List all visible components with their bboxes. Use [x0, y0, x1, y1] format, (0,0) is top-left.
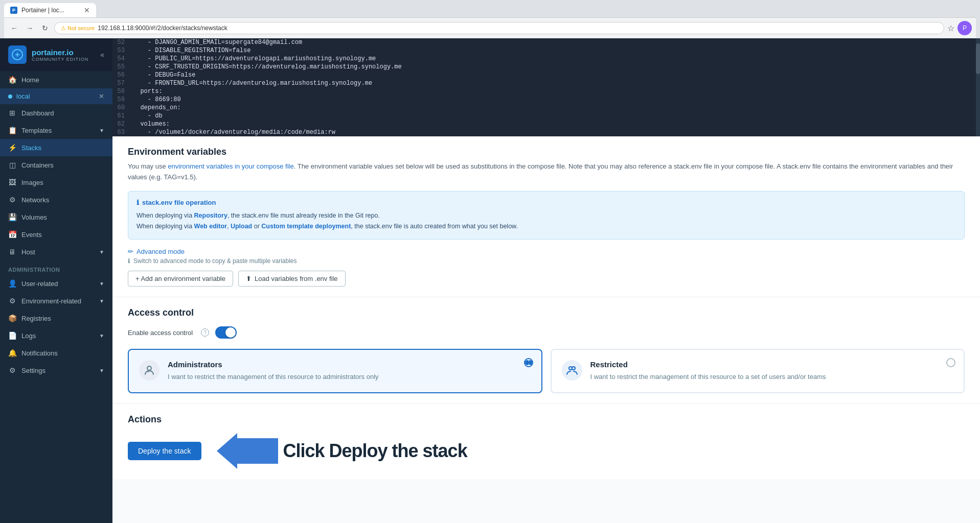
advanced-mode-section: ✏ Advanced mode ℹ Switch to advanced mod…: [128, 248, 965, 265]
info-line1: When deploying via Repository, the stack…: [136, 210, 956, 221]
sidebar-item-events[interactable]: 📅 Events: [0, 226, 112, 243]
host-icon: 🖥: [8, 248, 16, 256]
actions-section: Actions Deploy the stack Click Deploy th…: [112, 403, 980, 479]
code-editor[interactable]: 52 - DJANGO_ADMIN_EMAIL=supergate84@gmai…: [112, 38, 980, 136]
code-line: 60 depends_on:: [112, 104, 980, 112]
add-env-variable-button[interactable]: + Add an environment variable: [128, 271, 233, 287]
admin-card-title: Administrators: [168, 360, 531, 369]
info-icon: ℹ: [136, 199, 139, 206]
sidebar-item-containers-label: Containers: [21, 161, 54, 169]
sidebar-item-home[interactable]: 🏠 Home: [0, 71, 112, 88]
sidebar-logo: portainer.io COMMUNITY EDITION «: [0, 38, 112, 71]
restricted-card-icon: [562, 360, 582, 381]
access-control-title: Access control: [128, 307, 965, 318]
edit-icon: ✏: [128, 248, 133, 255]
sidebar-item-dashboard[interactable]: ⊞ Dashboard: [0, 104, 112, 122]
code-line: 53 - DISABLE_REGISTRATION=false: [112, 46, 980, 55]
forward-button[interactable]: →: [24, 22, 36, 34]
restricted-card-radio[interactable]: [946, 358, 955, 367]
info-line2: When deploying via Web editor, Upload or…: [136, 221, 956, 232]
access-control-section: Access control Enable access control ?: [112, 297, 980, 403]
registries-icon: 📦: [8, 314, 16, 322]
not-secure-indicator: ⚠ Not secure: [61, 25, 95, 32]
env-buttons: + Add an environment variable ⬆ Load var…: [128, 271, 965, 287]
events-icon: 📅: [8, 230, 16, 239]
access-control-toggle-label: Enable access control: [128, 329, 193, 337]
templates-chevron-icon: ▼: [99, 128, 104, 133]
active-tab[interactable]: P Portainer | loc... ✕: [4, 3, 96, 17]
info-repo-link[interactable]: Repository: [194, 212, 227, 219]
sidebar-item-settings[interactable]: ⚙ Settings ▼: [0, 362, 112, 379]
logs-chevron-icon: ▼: [99, 333, 104, 339]
sidebar-item-logs-label: Logs: [21, 332, 36, 340]
annotation-text: Click Deploy the stack: [283, 440, 467, 462]
home-icon: 🏠: [8, 76, 16, 84]
env-close-icon[interactable]: ✕: [99, 92, 104, 100]
volumes-icon: 💾: [8, 213, 16, 221]
upload-icon: ⬆: [246, 275, 252, 282]
bookmark-icon[interactable]: ☆: [947, 23, 954, 33]
env-section-title: Environment variables: [128, 147, 965, 157]
sidebar-item-host[interactable]: 🖥 Host ▼: [0, 243, 112, 260]
sidebar-item-notifications[interactable]: 🔔 Notifications: [0, 344, 112, 362]
sidebar-item-networks[interactable]: ⚙ Networks: [0, 191, 112, 208]
tab-close-icon[interactable]: ✕: [84, 6, 90, 14]
admin-card-radio[interactable]: [524, 358, 533, 367]
sidebar-item-registries[interactable]: 📦 Registries: [0, 310, 112, 327]
logo-icon: [8, 45, 27, 64]
browser-tabs: P Portainer | loc... ✕: [4, 3, 976, 17]
info-web-editor-link[interactable]: Web editor: [194, 223, 227, 230]
administrators-card[interactable]: Administrators I want to restrict the ma…: [128, 349, 542, 393]
admin-group-label: Administration: [0, 260, 112, 275]
sidebar-item-templates[interactable]: 📋 Templates ▼: [0, 122, 112, 139]
env-status-dot: [8, 94, 12, 99]
url-display: 192.168.1.18:9000/#!/2/docker/stacks/new…: [98, 25, 227, 32]
svg-point-5: [572, 367, 575, 370]
images-icon: 🖼: [8, 178, 16, 186]
sidebar-item-stacks-label: Stacks: [21, 144, 41, 152]
env-desc-link[interactable]: environment variables in your compose fi…: [168, 162, 293, 170]
access-control-toggle-row: Enable access control ?: [128, 326, 965, 339]
sidebar-item-images[interactable]: 🖼 Images: [0, 174, 112, 191]
load-env-file-button[interactable]: ⬆ Load variables from .env file: [238, 271, 346, 287]
reload-button[interactable]: ↻: [39, 22, 51, 34]
sidebar-item-volumes[interactable]: 💾 Volumes: [0, 208, 112, 226]
restricted-card[interactable]: Restricted I want to restrict the manage…: [551, 349, 965, 393]
profile-avatar[interactable]: P: [958, 21, 972, 35]
environment-related-chevron-icon: ▼: [99, 298, 104, 304]
sidebar-collapse-icon[interactable]: «: [100, 51, 104, 59]
access-control-help-icon[interactable]: ?: [201, 328, 209, 337]
scrollbar-track[interactable]: [976, 38, 980, 136]
sidebar-item-registries-label: Registries: [21, 315, 51, 322]
sidebar-item-stacks[interactable]: ⚡ Stacks: [0, 139, 112, 156]
sidebar-item-environment-related[interactable]: ⚙ Environment-related ▼: [0, 292, 112, 310]
restricted-card-body: Restricted I want to restrict the manage…: [590, 360, 954, 382]
restricted-card-desc: I want to restrict the management of thi…: [590, 372, 954, 382]
code-line: 56 - DEBUG=False: [112, 71, 980, 79]
env-section-desc: You may use environment variables in you…: [128, 161, 965, 183]
svg-marker-6: [217, 433, 278, 469]
sidebar-item-volumes-label: Volumes: [21, 213, 47, 221]
scrollbar-thumb[interactable]: [976, 43, 980, 74]
sidebar-item-user-related-label: User-related: [21, 280, 58, 288]
info-upload-link[interactable]: Upload: [231, 223, 252, 230]
sidebar-env-header: local ✕: [0, 88, 112, 104]
info-custom-template-link[interactable]: Custom template deployment: [261, 223, 351, 230]
code-line: 55 - CSRF_TRUSTED_ORIGINS=https://advent…: [112, 63, 980, 71]
advanced-mode-link[interactable]: ✏ Advanced mode: [128, 248, 965, 255]
hint-icon: ℹ: [128, 257, 130, 265]
back-button[interactable]: ←: [8, 22, 20, 34]
sidebar-item-logs[interactable]: 📄 Logs ▼: [0, 327, 112, 344]
deploy-stack-button[interactable]: Deploy the stack: [128, 442, 201, 460]
networks-icon: ⚙: [8, 196, 16, 204]
sidebar-item-networks-label: Networks: [21, 196, 49, 204]
sidebar-item-containers[interactable]: ◫ Containers: [0, 156, 112, 174]
env-variables-section: Environment variables You may use enviro…: [112, 136, 980, 297]
sidebar-item-user-related[interactable]: 👤 User-related ▼: [0, 275, 112, 292]
address-bar[interactable]: ⚠ Not secure 192.168.1.18:9000/#!/2/dock…: [54, 22, 944, 34]
access-control-toggle[interactable]: [215, 326, 237, 339]
info-box-title: ℹ stack.env file operation: [136, 199, 956, 206]
code-line: 59 - 8669:80: [112, 96, 980, 104]
main-content: 52 - DJANGO_ADMIN_EMAIL=supergate84@gmai…: [112, 38, 980, 523]
actions-row: Deploy the stack Click Deploy the stack: [128, 433, 965, 469]
